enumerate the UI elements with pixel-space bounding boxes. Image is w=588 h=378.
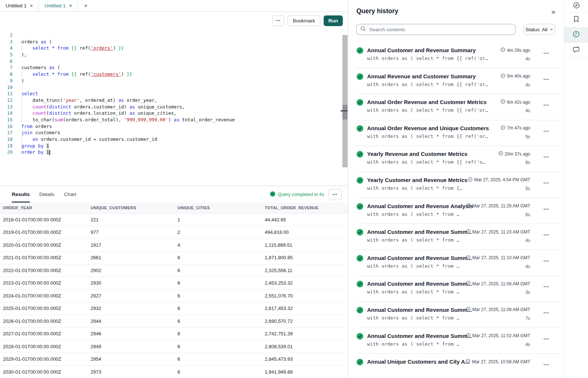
rail-button-bookmark[interactable] [564, 13, 588, 28]
success-icon [270, 191, 275, 198]
item-more-button[interactable]: ••• [544, 363, 549, 367]
code-line: 17join customers [0, 129, 348, 136]
query-history-item[interactable]: Annual Customer and Revenue Summ...with … [348, 224, 564, 250]
item-more-button[interactable]: ••• [544, 233, 549, 237]
query-history-item[interactable]: Annual Unique Customers and City A...Mar… [348, 353, 564, 378]
query-time: Mar 27, 2025, 11:25 AM GMT [472, 203, 530, 208]
results-tab-chart[interactable]: Chart [64, 186, 76, 203]
results-tab-results[interactable]: Results [12, 186, 30, 203]
query-time: Mar 27, 2025, 11:23 AM GMT [472, 229, 530, 235]
bookmark-button[interactable]: Bookmark [288, 15, 320, 26]
column-header[interactable]: UNIQUE_CUSTOMERS [88, 203, 175, 213]
query-history-item[interactable]: Yearly Customer and Revenue Metricswith … [348, 172, 564, 198]
query-history-item[interactable]: Annual Customer and Revenue Summ...with … [348, 275, 564, 302]
results-tab-details[interactable]: Details [39, 186, 54, 203]
table-row[interactable]: 2029-01-01T00:00:00.000Z295462,845,473.9… [0, 353, 348, 366]
code-line: 13 count(distinct orders.customer_id) as… [0, 104, 348, 110]
editor-tab[interactable]: Untitled 1✕ [0, 0, 39, 11]
query-duration: 5s [525, 134, 530, 139]
query-history-item[interactable]: Annual Order Revenue and Customer Metric… [348, 94, 564, 120]
success-icon [356, 333, 363, 341]
table-row[interactable]: 2019-01-01T00:00:00.000Z9772494,818.00 [0, 226, 348, 239]
query-time: Mar 27, 2025, 11:08 AM GMT [472, 281, 530, 286]
column-header[interactable]: ORDER_YEAR [0, 203, 88, 213]
table-row[interactable]: 2025-01-01T00:00:00.000Z293262,617,453.3… [0, 302, 348, 315]
code-line: 18 on orders.customer_id = customers.cus… [0, 136, 348, 143]
query-history-item[interactable]: Yearly Revenue and Customer Metricswith … [348, 146, 564, 172]
success-icon [356, 203, 363, 211]
item-more-button[interactable]: ••• [544, 103, 549, 107]
query-title: Annual Revenue and Customer Summary [367, 73, 501, 79]
sql-ide-window: Untitled 1✕Untitled 1✕+ ••• Bookmark Run… [0, 0, 588, 378]
table-row[interactable]: 2021-01-01T00:00:00.000Z266161,871,800.8… [0, 252, 348, 264]
search-box[interactable] [356, 24, 515, 35]
query-title: Annual Customer and Revenue Analysis [367, 203, 466, 209]
column-header[interactable]: UNIQUE_CITIES [175, 203, 262, 213]
table-row[interactable]: 2022-01-01T00:00:00.000Z290262,325,556.1… [0, 264, 348, 277]
sql-editor[interactable]: 23orders as (4 select * from {{ ref('ord… [0, 29, 348, 186]
item-more-button[interactable]: ••• [544, 78, 549, 81]
query-snippet: with orders as ( select * from … [367, 315, 466, 321]
item-more-button[interactable]: ••• [544, 337, 549, 341]
table-row[interactable]: 2030-01-01T00:00:00.000Z297361,941,949.8… [0, 365, 348, 378]
success-icon [356, 359, 363, 367]
table-row[interactable]: 2018-01-01T00:00:00.000Z221144,442.65 [0, 213, 348, 226]
query-time: Mar 27, 2025, 11:02 AM GMT [472, 333, 530, 338]
close-icon[interactable]: ✕ [69, 4, 72, 8]
query-duration: 4s [525, 264, 530, 269]
clock-icon [466, 333, 471, 339]
table-row[interactable]: 2024-01-01T00:00:00.000Z292762,551,076.7… [0, 289, 348, 302]
status-filter-value: All [542, 27, 547, 32]
table-row[interactable]: 2020-01-01T00:00:00.000Z191741,115,869.5… [0, 239, 348, 252]
search-input[interactable] [369, 26, 511, 33]
item-more-button[interactable]: ••• [544, 155, 549, 159]
query-history-item[interactable]: Annual Customer and Revenue Analysiswith… [348, 198, 564, 224]
query-snippet: with orders as ( select * from … [367, 263, 466, 269]
column-header[interactable]: TOTAL_ORDER_REVENUE [262, 203, 348, 213]
table-row[interactable]: 2026-01-01T00:00:00.000Z294462,690,570.7… [0, 315, 348, 328]
rail-button-ai-comment[interactable] [564, 43, 588, 58]
run-button[interactable]: Run [324, 15, 343, 26]
scrollbar-thumb[interactable] [342, 105, 348, 120]
code-line: 8 select * from {{ ref('customers') }} [0, 71, 348, 78]
line-number: 12 [0, 97, 13, 104]
status-filter-dropdown[interactable]: Status All [524, 24, 555, 35]
collapse-panel-icon[interactable]: » [551, 8, 555, 15]
item-more-button[interactable]: ••• [544, 311, 549, 315]
rail-button-history-clock[interactable] [564, 28, 588, 43]
code-line: 2 [0, 32, 348, 39]
new-tab-button[interactable]: + [78, 0, 94, 11]
query-snippet: with orders as ( select * from {{ ref('o… [367, 107, 501, 113]
editor-more-button[interactable]: ••• [272, 15, 284, 26]
line-number: 7 [0, 64, 13, 71]
item-more-button[interactable]: ••• [544, 129, 549, 133]
line-number: 2 [0, 32, 13, 39]
query-history-item[interactable]: Annual Customer and Revenue Summ...with … [348, 328, 564, 354]
item-more-button[interactable]: ••• [544, 181, 549, 185]
editor-scrollbar[interactable] [342, 35, 348, 167]
query-history-item[interactable]: Annual Order Revenue and Unique Customer… [348, 120, 564, 146]
code-line: 4 select * from {{ ref('orders') }} [0, 45, 348, 51]
query-time: Mar 27, 2025, 11:08 AM GMT [472, 307, 530, 312]
code-line: 9) [0, 78, 348, 84]
item-more-button[interactable]: ••• [544, 259, 549, 263]
query-history-item[interactable]: Annual Customer and Revenue Summ...with … [348, 250, 564, 276]
close-icon[interactable]: ✕ [30, 4, 33, 8]
query-history-item[interactable]: Annual Customer and Revenue Summ...with … [348, 302, 564, 328]
success-icon [356, 255, 363, 263]
editor-pane: Untitled 1✕Untitled 1✕+ ••• Bookmark Run… [0, 0, 348, 378]
item-more-button[interactable]: ••• [544, 51, 549, 55]
query-status-text: Query completed in 4s [278, 192, 324, 197]
item-more-button[interactable]: ••• [544, 285, 549, 289]
table-row[interactable]: 2023-01-01T00:00:00.000Z293062,453,253.3… [0, 277, 348, 290]
clock-icon [466, 255, 471, 261]
query-history-item[interactable]: Annual Revenue and Customer Summarywith … [348, 68, 564, 94]
query-history-item[interactable]: Annual Customer and Revenue Summarywith … [348, 42, 564, 68]
editor-tab[interactable]: Untitled 1✕ [39, 0, 78, 11]
table-row[interactable]: 2028-01-01T00:00:00.000Z294962,808,539.0… [0, 340, 348, 353]
table-row[interactable]: 2027-01-01T00:00:00.000Z294662,742,751.3… [0, 328, 348, 340]
splitter-grip[interactable] [341, 110, 348, 111]
results-more-button[interactable]: ••• [328, 189, 342, 200]
rail-button-compass[interactable] [564, 0, 588, 13]
item-more-button[interactable]: ••• [544, 207, 549, 211]
